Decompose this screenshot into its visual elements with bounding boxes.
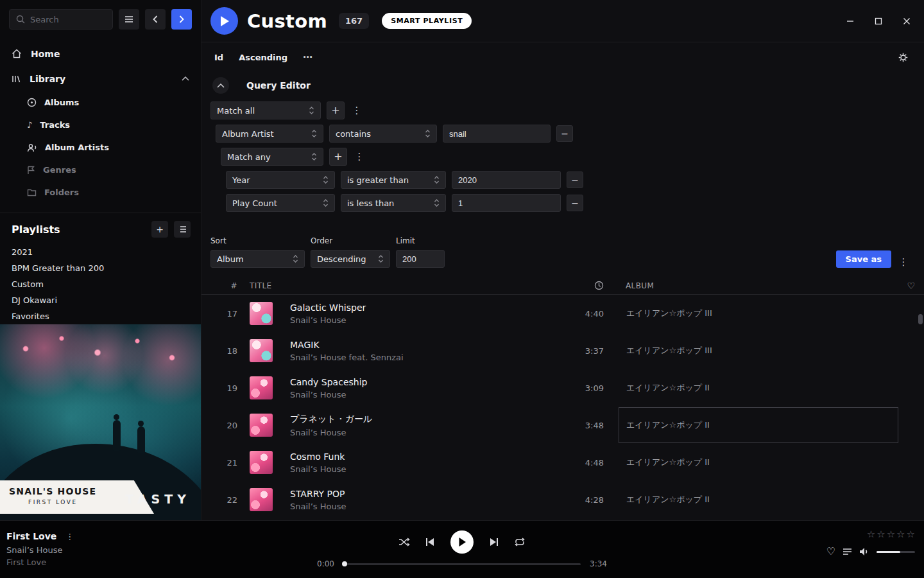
track-row[interactable]: 18 MAGIK Snail’s House feat. Sennzai 3:3… [201, 332, 924, 369]
seek-handle[interactable] [342, 561, 347, 566]
limit-input[interactable] [396, 250, 445, 268]
shuffle-button[interactable] [398, 538, 410, 547]
track-album-cell[interactable]: エイリアン☆ポップ II [619, 407, 898, 443]
star-icon[interactable]: ☆ [877, 529, 885, 540]
sort-select[interactable]: Album [210, 250, 305, 268]
column-album[interactable]: ALBUM [626, 281, 898, 290]
search-input[interactable]: Search [9, 9, 113, 30]
search-icon [16, 15, 25, 24]
maximize-button[interactable] [873, 15, 884, 27]
remove-rule-button[interactable]: − [556, 125, 573, 142]
minimize-button[interactable] [844, 15, 856, 27]
order-select[interactable]: Descending [311, 250, 390, 268]
sort-field-button[interactable]: Id [214, 53, 223, 62]
repeat-button[interactable] [514, 538, 526, 547]
playlist-item[interactable]: Custom [0, 276, 201, 292]
track-album-cell[interactable]: エイリアン☆ポップ II [619, 370, 898, 406]
play-pause-button[interactable] [450, 530, 474, 554]
genres-label: Genres [43, 165, 76, 175]
match-type-select[interactable]: Match any [221, 148, 323, 166]
playlist-item[interactable]: BPM Greater than 200 [0, 260, 201, 276]
column-number[interactable]: # [201, 281, 237, 290]
nav-forward-button[interactable] [171, 9, 192, 30]
save-as-button[interactable]: Save as [836, 250, 891, 268]
rule-operator-select[interactable]: contains [329, 125, 437, 143]
playlists-header: Playlists [12, 223, 60, 236]
rule-value-input[interactable] [443, 125, 551, 143]
sort-direction-button[interactable]: Ascending [239, 53, 287, 62]
now-playing-menu-button[interactable]: ⋮ [65, 532, 74, 541]
track-row[interactable]: 22 STARRY POP Snail’s House 4:28 エイリアン☆ポ… [201, 481, 924, 518]
group-menu-button[interactable]: ⋮ [353, 151, 366, 162]
track-row[interactable]: 21 Cosmo Funk Snail’s House 4:48 エイリアン☆ポ… [201, 444, 924, 481]
track-album-cell[interactable]: エイリアン☆ポップ II [619, 444, 898, 480]
match-type-select[interactable]: Match all [210, 101, 321, 119]
track-row[interactable]: 17 Galactic Whisper Snail’s House 4:40 エ… [201, 295, 924, 332]
previous-icon [425, 538, 435, 547]
column-title[interactable]: TITLE [237, 281, 290, 290]
track-duration: 4:40 [559, 309, 604, 319]
column-duration[interactable] [559, 281, 604, 290]
rule-operator-select[interactable]: is less than [341, 194, 446, 212]
track-row[interactable]: 20 プラネット・ガール Snail’s House 3:48 エイリアン☆ポッ… [201, 407, 924, 444]
track-row[interactable]: 19 Candy Spaceship Snail’s House 3:09 エイ… [201, 369, 924, 407]
column-favorite[interactable]: ♡ [898, 281, 924, 291]
star-icon[interactable]: ☆ [907, 529, 915, 540]
star-icon[interactable]: ☆ [887, 529, 895, 540]
sidebar-item-library[interactable]: Library [0, 66, 201, 91]
track-artist: Snail’s House [290, 502, 559, 511]
rule-field-select[interactable]: Year [226, 171, 335, 189]
chevron-up-icon[interactable] [182, 76, 189, 81]
playlist-name: DJ Okawari [12, 295, 57, 305]
page-title: Custom [247, 10, 327, 32]
sidebar-item-album-artists[interactable]: Album Artists [0, 136, 201, 159]
sidebar-item-albums[interactable]: Albums [0, 91, 201, 114]
queue-button[interactable] [843, 548, 852, 556]
playlist-list-button[interactable] [174, 221, 191, 238]
track-title: プラネット・ガール [290, 414, 559, 425]
scrollbar-thumb[interactable] [918, 314, 923, 324]
sidebar-item-tracks[interactable]: ♪ Tracks [0, 114, 201, 136]
rule-field-select[interactable]: Album Artist [216, 125, 323, 143]
playlist-item[interactable]: 2021 [0, 244, 201, 260]
rule-operator-select[interactable]: is greater than [341, 171, 446, 189]
playlist-item[interactable]: DJ Okawari [0, 292, 201, 308]
more-options-button[interactable]: ⋯ [303, 51, 312, 63]
close-button[interactable] [901, 15, 912, 27]
collapse-query-editor-button[interactable] [212, 77, 229, 94]
play-playlist-button[interactable] [210, 7, 238, 35]
rule-field-select[interactable]: Play Count [226, 194, 335, 212]
next-track-button[interactable] [489, 538, 499, 547]
track-album-cell[interactable]: エイリアン☆ポップ II [619, 482, 898, 518]
volume-button[interactable] [859, 547, 869, 556]
volume-slider[interactable] [877, 551, 915, 553]
favorite-heart-button[interactable]: ♡ [826, 547, 835, 557]
track-duration: 4:28 [559, 495, 604, 505]
star-icon[interactable]: ☆ [896, 529, 905, 540]
group-menu-button[interactable]: ⋮ [350, 105, 363, 116]
add-rule-button[interactable]: + [329, 148, 347, 166]
star-icon[interactable]: ☆ [867, 529, 875, 540]
tracks-label: Tracks [40, 120, 70, 130]
track-album-cell[interactable]: エイリアン☆ポップ III [619, 295, 898, 331]
track-album-cell[interactable]: エイリアン☆ポップ III [619, 333, 898, 369]
add-rule-button[interactable]: + [327, 101, 345, 119]
rule-value-input[interactable] [452, 171, 561, 189]
track-number: 22 [201, 495, 237, 505]
remove-rule-button[interactable]: − [567, 171, 583, 188]
previous-track-button[interactable] [425, 538, 435, 547]
seek-bar[interactable] [343, 563, 581, 565]
rule-value-input[interactable] [452, 194, 561, 212]
remove-rule-button[interactable]: − [567, 195, 583, 211]
settings-gear-button[interactable] [898, 52, 909, 63]
nav-back-button[interactable] [145, 9, 166, 30]
sidebar-item-home[interactable]: Home [0, 41, 201, 66]
query-menu-button[interactable]: ⋮ [897, 256, 910, 268]
playlist-item[interactable]: Favorites [0, 308, 201, 324]
sidebar-item-genres[interactable]: Genres [0, 159, 201, 181]
menu-button[interactable] [119, 9, 139, 30]
add-playlist-button[interactable]: + [151, 221, 168, 238]
sidebar-item-folders[interactable]: Folders [0, 181, 201, 204]
track-number: 19 [201, 383, 237, 393]
queue-icon [843, 548, 852, 556]
